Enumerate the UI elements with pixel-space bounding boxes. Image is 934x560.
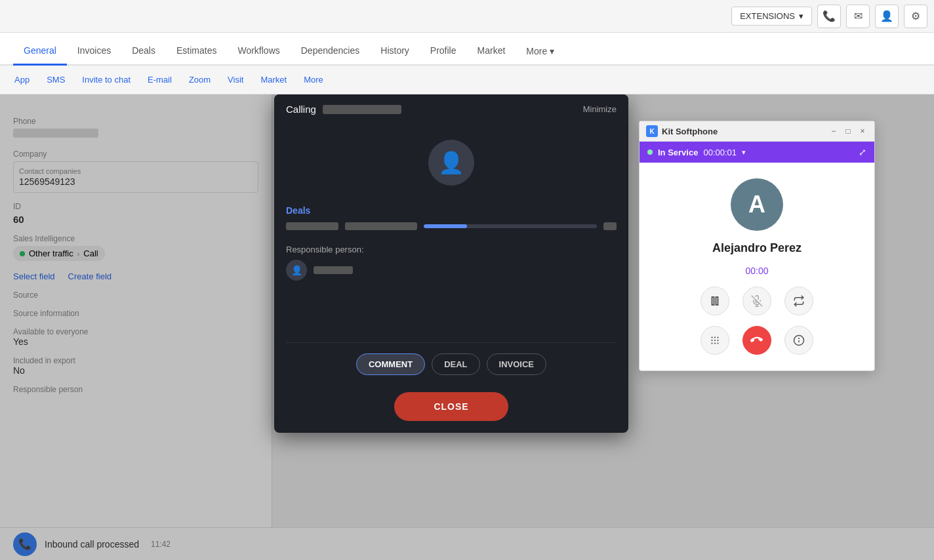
subnav-more[interactable]: More	[296, 70, 331, 90]
status-left: In Service 00:00:01 ▾	[647, 148, 746, 157]
keypad-button[interactable]	[700, 326, 729, 355]
tab-market[interactable]: Market	[467, 37, 516, 66]
subnav-invite-chat[interactable]: Invite to chat	[74, 70, 138, 90]
deal-name-blurred	[286, 222, 338, 230]
pause-button[interactable]	[700, 287, 729, 315]
minimize-button[interactable]: Minimize	[583, 104, 617, 114]
softphone-body: A Alejandro Perez 00:00	[640, 163, 874, 370]
subnav-email[interactable]: E-mail	[140, 70, 180, 90]
caller-avatar: 👤	[428, 140, 474, 186]
responsible-name-blurred	[314, 266, 353, 274]
empty-space	[274, 290, 628, 342]
subnav-app[interactable]: App	[7, 70, 37, 90]
softphone-status-bar: In Service 00:00:01 ▾ ⤢	[640, 142, 874, 163]
sub-nav: App SMS Invite to chat E-mail Zoom Visit…	[0, 66, 934, 94]
svg-point-10	[717, 340, 718, 341]
hangup-button[interactable]	[742, 326, 771, 355]
svg-point-6	[714, 336, 716, 338]
tab-general[interactable]: General	[13, 37, 67, 66]
status-time: 00:00:01	[703, 148, 737, 157]
svg-point-12	[714, 342, 716, 344]
responsible-label: Responsible person:	[286, 245, 617, 254]
chevron-down-icon: ▾	[550, 46, 554, 56]
svg-rect-1	[716, 297, 718, 305]
status-chevron-icon[interactable]: ▾	[742, 148, 746, 157]
subnav-zoom[interactable]: Zoom	[181, 70, 218, 90]
tab-workflows[interactable]: Workflows	[227, 37, 290, 66]
call-controls-row-2	[700, 326, 813, 355]
svg-point-8	[711, 340, 712, 341]
svg-point-7	[717, 336, 718, 338]
tab-estimates[interactable]: Estimates	[166, 37, 227, 66]
phone-icon: 📞	[822, 10, 836, 22]
tab-comment[interactable]: COMMENT	[356, 353, 425, 375]
gear-icon-button[interactable]: ⚙	[904, 5, 927, 28]
softphone-close-button[interactable]: ×	[857, 126, 868, 136]
deals-title: Deals	[286, 205, 617, 216]
calling-footer: CLOSE	[274, 383, 628, 433]
deals-section: Deals	[274, 196, 628, 245]
caller-name-blurred	[323, 105, 401, 114]
tab-invoice[interactable]: INVOICE	[487, 353, 546, 375]
deal-progress-bar	[424, 224, 597, 228]
calling-modal: Calling Minimize 👤 Deals Responsible per	[274, 94, 628, 433]
softphone-minimize-button[interactable]: −	[828, 126, 839, 136]
softphone-logo: K	[646, 125, 658, 137]
calling-header: Calling Minimize	[274, 94, 628, 124]
contact-avatar: A	[731, 178, 783, 231]
info-button[interactable]	[784, 326, 813, 355]
mail-icon-button[interactable]: ✉	[846, 5, 870, 28]
deal-extra-blurred	[603, 222, 617, 230]
phone-icon-button[interactable]: 📞	[817, 5, 841, 28]
close-call-button[interactable]: CLOSE	[394, 392, 508, 421]
contact-name: Alejandro Perez	[712, 241, 802, 255]
svg-point-13	[717, 342, 718, 344]
tab-dependencies[interactable]: Dependencies	[291, 37, 371, 66]
caller-avatar-area: 👤	[274, 124, 628, 196]
call-timer: 00:00	[745, 266, 768, 276]
softphone-titlebar: K Kit Softphone − □ ×	[640, 121, 874, 142]
softphone-maximize-button[interactable]: □	[843, 126, 853, 136]
user-icon-button[interactable]: 👤	[875, 5, 899, 28]
responsible-avatar: 👤	[286, 260, 307, 281]
status-text: In Service	[658, 148, 698, 157]
subnav-sms[interactable]: SMS	[39, 70, 73, 90]
tab-deal[interactable]: DEAL	[432, 353, 479, 375]
softphone-title-text: Kit Softphone	[662, 127, 718, 136]
extensions-button[interactable]: EXTENSIONS ▾	[731, 7, 812, 26]
tab-more[interactable]: More ▾	[516, 38, 565, 64]
deal-progress-fill	[424, 224, 467, 228]
tab-deals[interactable]: Deals	[121, 37, 166, 66]
call-controls-row-1	[700, 287, 813, 315]
extensions-label: EXTENSIONS	[740, 11, 795, 21]
user-icon: 👤	[880, 10, 893, 22]
subnav-visit[interactable]: Visit	[220, 70, 251, 90]
deal-row	[286, 222, 617, 230]
responsible-section: Responsible person: 👤	[274, 245, 628, 290]
svg-point-11	[711, 342, 712, 344]
tab-history[interactable]: History	[370, 37, 420, 66]
gear-icon: ⚙	[911, 10, 920, 22]
softphone-expand-button[interactable]: ⤢	[859, 147, 866, 157]
softphone-title-left: K Kit Softphone	[646, 125, 718, 137]
mail-icon: ✉	[854, 10, 863, 22]
svg-point-5	[711, 336, 712, 338]
softphone-popup: K Kit Softphone − □ × In Service 00:00:0…	[639, 121, 875, 371]
tab-profile[interactable]: Profile	[420, 37, 467, 66]
person-icon: 👤	[438, 150, 464, 175]
main-content: Phone Company Contact companies 12569549…	[0, 94, 934, 560]
deal-info-blurred	[345, 222, 417, 230]
chevron-down-icon: ▾	[799, 11, 803, 21]
nav-tabs: General Invoices Deals Estimates Workflo…	[0, 33, 934, 66]
transfer-button[interactable]	[784, 287, 813, 315]
svg-point-9	[714, 340, 716, 341]
calling-title: Calling	[286, 104, 401, 115]
top-bar: EXTENSIONS ▾ 📞 ✉ 👤 ⚙	[0, 0, 934, 33]
subnav-market[interactable]: Market	[253, 70, 294, 90]
calling-tabs: COMMENT DEAL INVOICE	[274, 343, 628, 383]
mute-button[interactable]	[742, 287, 771, 315]
status-dot	[647, 150, 653, 155]
responsible-row: 👤	[286, 260, 617, 281]
tab-invoices[interactable]: Invoices	[67, 37, 121, 66]
svg-rect-0	[712, 297, 714, 305]
